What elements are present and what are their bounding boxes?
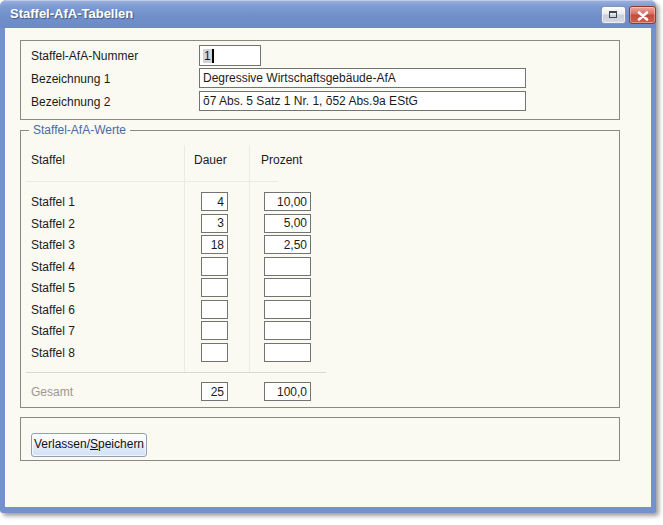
- maximize-icon: [609, 11, 617, 18]
- row-label: Staffel 8: [31, 346, 75, 360]
- groupbox-legend: Staffel-AfA-Werte: [29, 123, 130, 137]
- staffel-afa-nummer-value: 1: [203, 49, 212, 63]
- staffel-werte-groupbox: Staffel-AfA-Werte Staffel Dauer Prozent …: [20, 130, 620, 408]
- prozent-input[interactable]: [264, 343, 311, 362]
- dauer-input[interactable]: [201, 300, 228, 319]
- gesamt-dauer-input[interactable]: [201, 382, 228, 401]
- dauer-input[interactable]: [201, 343, 228, 362]
- button-label-mnemonic: S: [90, 437, 98, 451]
- staffel-afa-nummer-label: Staffel-AfA-Nummer: [31, 49, 138, 63]
- dauer-input[interactable]: [201, 235, 228, 254]
- staffel-afa-nummer-input[interactable]: 1: [199, 45, 261, 66]
- dauer-input[interactable]: [201, 321, 228, 340]
- total-divider: [26, 372, 326, 373]
- table-row: Staffel 4: [21, 257, 619, 277]
- header-separator: [26, 181, 278, 182]
- row-label: Staffel 7: [31, 324, 75, 338]
- close-button[interactable]: [629, 6, 656, 24]
- dauer-input[interactable]: [201, 214, 228, 233]
- row-label: Staffel 2: [31, 217, 75, 231]
- row-label: Staffel 3: [31, 238, 75, 252]
- prozent-input[interactable]: [264, 300, 311, 319]
- bezeichnung1-label: Bezeichnung 1: [31, 72, 110, 86]
- dialog-body: Staffel-AfA-Nummer 1 Bezeichnung 1 Bezei…: [5, 28, 651, 507]
- dauer-input[interactable]: [201, 278, 228, 297]
- titlebar[interactable]: Staffel-AfA-Tabellen: [0, 0, 656, 28]
- bezeichnung2-label: Bezeichnung 2: [31, 95, 110, 109]
- table-row: Staffel 8: [21, 343, 619, 363]
- window-title: Staffel-AfA-Tabellen: [10, 6, 133, 21]
- row-label: Staffel 6: [31, 303, 75, 317]
- dialog-window: Staffel-AfA-Tabellen Staffel-AfA-Nummer …: [0, 0, 656, 513]
- table-row: Staffel 6: [21, 300, 619, 320]
- footer-panel: Verlassen/Speichern: [20, 417, 620, 461]
- dauer-input[interactable]: [201, 192, 228, 211]
- row-label: Staffel 4: [31, 260, 75, 274]
- maximize-button[interactable]: [601, 6, 626, 24]
- dauer-input[interactable]: [201, 257, 228, 276]
- table-row: Staffel 1: [21, 192, 619, 212]
- prozent-input[interactable]: [264, 321, 311, 340]
- total-row: Gesamt: [21, 382, 619, 402]
- button-label-suffix: peichern: [98, 437, 144, 451]
- bezeichnung1-input[interactable]: [199, 68, 526, 88]
- column-header-staffel: Staffel: [31, 153, 65, 167]
- gesamt-prozent-input[interactable]: [264, 382, 311, 401]
- prozent-input[interactable]: [264, 235, 311, 254]
- prozent-input[interactable]: [264, 257, 311, 276]
- column-header-prozent: Prozent: [261, 153, 302, 167]
- text-caret: [212, 49, 214, 63]
- prozent-input[interactable]: [264, 278, 311, 297]
- verlassen-speichern-button[interactable]: Verlassen/Speichern: [31, 433, 147, 457]
- row-label: Staffel 1: [31, 195, 75, 209]
- prozent-input[interactable]: [264, 214, 311, 233]
- table-row: Staffel 5: [21, 278, 619, 298]
- row-label: Staffel 5: [31, 281, 75, 295]
- table-row: Staffel 3: [21, 235, 619, 255]
- bezeichnung2-input[interactable]: [199, 91, 526, 111]
- table-row: Staffel 2: [21, 214, 619, 234]
- column-header-dauer: Dauer: [194, 153, 227, 167]
- header-fields-panel: Staffel-AfA-Nummer 1 Bezeichnung 1 Bezei…: [20, 40, 620, 120]
- gesamt-label: Gesamt: [31, 385, 73, 399]
- close-icon: [637, 11, 649, 21]
- table-row: Staffel 7: [21, 321, 619, 341]
- prozent-input[interactable]: [264, 192, 311, 211]
- button-label-prefix: Verlassen/: [34, 437, 90, 451]
